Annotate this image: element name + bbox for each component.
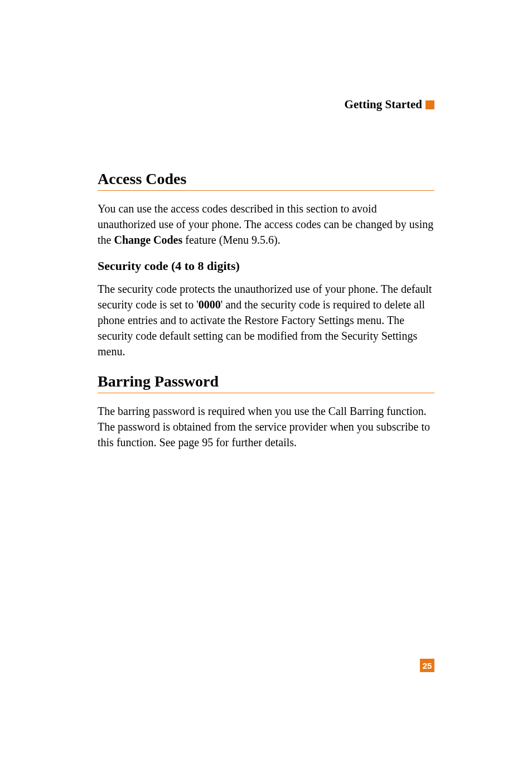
access-codes-intro: You can use the access codes described i… <box>98 201 434 248</box>
page-number: 25 <box>420 659 434 672</box>
security-code-text: The security code protects the unauthori… <box>98 281 434 359</box>
access-codes-title: Access Codes <box>98 170 434 188</box>
security-text-bold: 0000 <box>199 298 221 311</box>
intro-text-bold: Change Codes <box>114 234 182 246</box>
intro-text-post: feature (Menu 9.5.6). <box>182 234 280 246</box>
title-underline <box>98 190 434 191</box>
page-header: Getting Started <box>98 98 434 112</box>
barring-password-title: Barring Password <box>98 373 434 390</box>
security-code-subtitle: Security code (4 to 8 digits) <box>98 259 434 273</box>
title-underline <box>98 393 434 393</box>
barring-password-text: The barring password is required when yo… <box>98 403 434 450</box>
section-access-codes: Access Codes You can use the access code… <box>98 170 434 359</box>
chapter-label: Getting Started <box>345 98 422 112</box>
header-square-icon <box>425 100 434 109</box>
section-barring-password: Barring Password The barring password is… <box>98 373 434 450</box>
